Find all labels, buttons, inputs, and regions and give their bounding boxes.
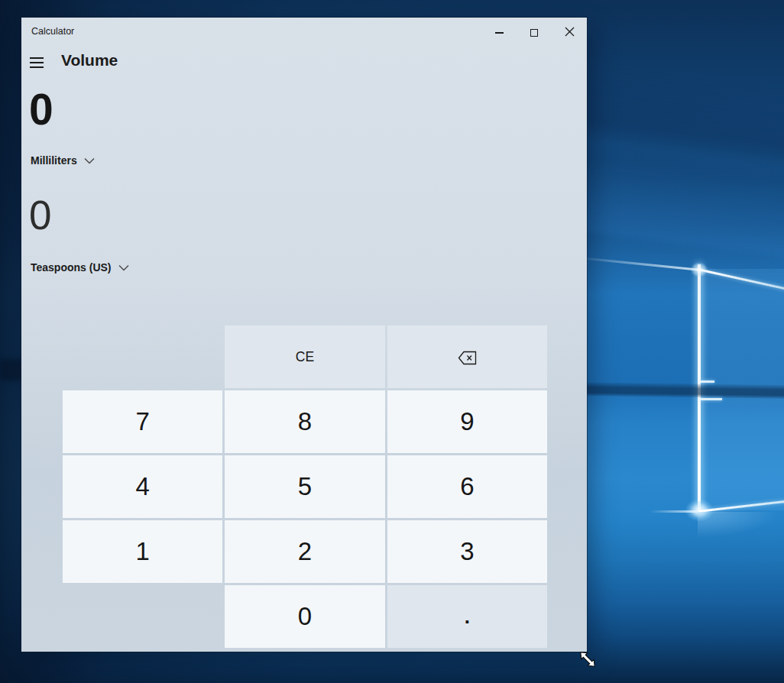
output-unit-label: Teaspoons (US) bbox=[31, 261, 112, 274]
wallpaper-logo-left-glow bbox=[650, 510, 698, 513]
minimize-icon bbox=[495, 32, 504, 33]
desktop: Calculator Volume 0 bbox=[0, 0, 784, 683]
wallpaper-logo-crossbar bbox=[565, 382, 784, 399]
digit-6-button[interactable]: 6 bbox=[387, 455, 547, 518]
backspace-button[interactable] bbox=[387, 325, 547, 388]
output-unit-selector[interactable]: Teaspoons (US) bbox=[31, 259, 129, 276]
input-unit-selector[interactable]: Milliliters bbox=[31, 152, 95, 169]
caption-buttons bbox=[481, 18, 587, 48]
maximize-icon bbox=[530, 29, 538, 37]
backspace-icon bbox=[458, 342, 477, 371]
digit-8-button[interactable]: 8 bbox=[225, 390, 384, 453]
digit-1-button[interactable]: 1 bbox=[63, 520, 222, 583]
digit-3-button[interactable]: 3 bbox=[387, 520, 547, 583]
digit-7-button[interactable]: 7 bbox=[63, 390, 222, 453]
window-title: Calculator bbox=[31, 26, 74, 37]
keypad-spacer bbox=[63, 325, 222, 388]
titlebar[interactable]: Calculator bbox=[21, 18, 587, 48]
converter-output-value[interactable]: 0 bbox=[29, 195, 51, 235]
keypad: CE 7 8 9 4 5 6 1 2 3 0 . bbox=[63, 325, 547, 648]
digit-5-button[interactable]: 5 bbox=[225, 455, 384, 518]
minimize-button[interactable] bbox=[481, 18, 517, 48]
decimal-button[interactable]: . bbox=[387, 585, 547, 648]
maximize-button[interactable] bbox=[517, 18, 552, 48]
resize-diagonal-cursor bbox=[576, 648, 599, 674]
clear-entry-button[interactable]: CE bbox=[225, 325, 384, 388]
wallpaper-logo-crossbar-highlight bbox=[699, 380, 714, 383]
wallpaper-floor-glow bbox=[698, 512, 784, 542]
close-button[interactable] bbox=[552, 18, 587, 48]
digit-2-button[interactable]: 2 bbox=[225, 520, 384, 583]
keypad-spacer bbox=[63, 585, 222, 648]
calculator-window: Calculator Volume 0 bbox=[21, 18, 587, 652]
page-title: Volume bbox=[61, 51, 118, 70]
wallpaper-logo-crossbar-highlight bbox=[699, 398, 722, 400]
wallpaper-logo-top-glow bbox=[688, 260, 711, 280]
close-icon bbox=[565, 26, 575, 40]
hamburger-menu-icon bbox=[30, 57, 44, 59]
chevron-down-icon bbox=[84, 157, 95, 164]
converter-input-value[interactable]: 0 bbox=[29, 88, 53, 131]
wallpaper-left-shadow-band bbox=[0, 359, 23, 380]
menu-button[interactable] bbox=[30, 55, 50, 70]
wallpaper-logo-top-edge-left bbox=[587, 257, 701, 270]
digit-4-button[interactable]: 4 bbox=[63, 455, 222, 518]
digit-0-button[interactable]: 0 bbox=[225, 585, 384, 648]
digit-9-button[interactable]: 9 bbox=[387, 390, 547, 453]
input-unit-label: Milliliters bbox=[31, 154, 77, 167]
chevron-down-icon bbox=[118, 264, 129, 271]
